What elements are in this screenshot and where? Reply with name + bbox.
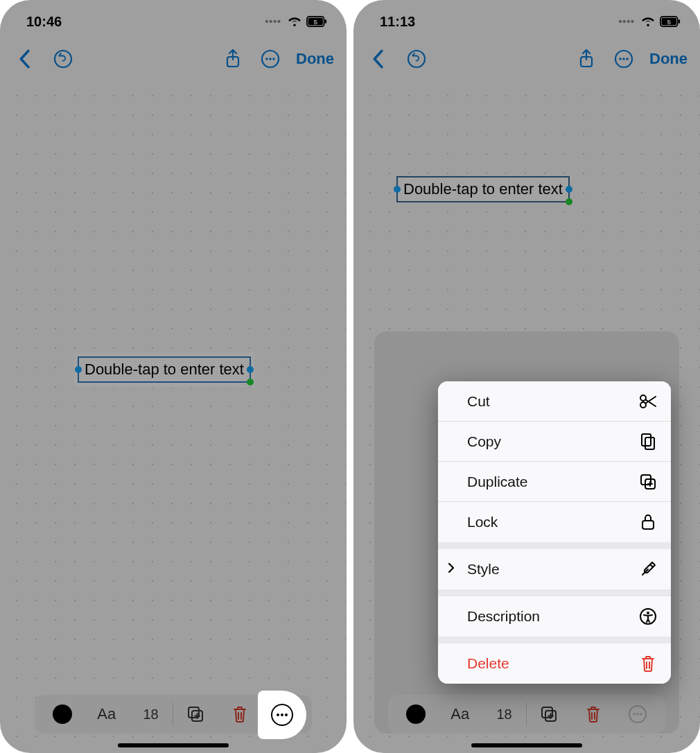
phone-left: 10:46 •••• 5 Done: [0, 0, 347, 753]
rotate-handle[interactable]: [566, 198, 572, 205]
text-box-placeholder: Double-tap to enter text: [403, 180, 563, 198]
font-size-button[interactable]: 18: [129, 695, 173, 734]
duplicate-button[interactable]: [527, 695, 571, 734]
svg-rect-1: [324, 19, 326, 23]
svg-point-16: [408, 51, 425, 67]
done-button[interactable]: Done: [296, 50, 334, 68]
menu-label: Duplicate: [467, 474, 528, 490]
svg-point-4: [55, 51, 71, 67]
undo-button[interactable]: [405, 47, 428, 71]
svg-point-20: [622, 58, 625, 60]
svg-point-25: [633, 713, 636, 716]
battery-icon: 5: [660, 16, 681, 27]
font-size-button[interactable]: 18: [482, 695, 527, 734]
menu-label: Lock: [467, 514, 498, 530]
recording-dots-icon: ••••: [265, 16, 281, 27]
recording-dots-icon: ••••: [618, 16, 635, 27]
home-indicator[interactable]: [118, 743, 229, 747]
menu-copy[interactable]: Copy: [438, 422, 671, 462]
wifi-icon: [640, 16, 656, 27]
nav-bar: Done: [0, 37, 347, 80]
trash-icon: [639, 655, 657, 673]
menu-description[interactable]: Description: [438, 596, 671, 637]
undo-button[interactable]: [51, 47, 75, 71]
svg-point-19: [619, 58, 622, 60]
duplicate-plus-icon: [639, 473, 657, 491]
battery-icon: 5: [306, 16, 327, 27]
menu-label: Delete: [467, 655, 509, 672]
rotate-handle[interactable]: [247, 379, 254, 386]
menu-label: Description: [467, 608, 540, 625]
menu-label: Style: [467, 561, 500, 578]
status-time: 10:46: [26, 14, 62, 30]
eyedropper-icon: [639, 560, 657, 578]
status-time: 11:13: [380, 14, 415, 30]
menu-delete[interactable]: Delete: [438, 643, 671, 684]
resize-handle-left[interactable]: [394, 186, 401, 193]
wifi-icon: [287, 16, 302, 27]
menu-duplicate[interactable]: Duplicate: [438, 462, 671, 502]
svg-point-27: [640, 713, 642, 716]
format-toolbar: Aa 18: [388, 695, 665, 734]
menu-cut[interactable]: Cut: [438, 381, 671, 422]
menu-label: Cut: [467, 393, 490, 410]
lock-icon: [639, 513, 657, 531]
phone-right: 11:13 •••• 5 Done: [353, 0, 700, 753]
share-button[interactable]: [575, 47, 598, 71]
delete-button[interactable]: [571, 695, 615, 734]
svg-point-26: [636, 713, 639, 716]
status-right: •••• 5: [618, 16, 681, 27]
delete-button[interactable]: [218, 695, 262, 734]
svg-rect-13: [678, 19, 680, 23]
more-button[interactable]: [259, 47, 282, 71]
status-bar: 10:46 •••• 5: [0, 0, 347, 37]
toolbar-more-button[interactable]: [615, 695, 660, 734]
menu-style[interactable]: Style: [438, 549, 671, 589]
svg-point-8: [269, 58, 272, 60]
status-right: •••• 5: [265, 16, 327, 27]
accessibility-icon: [639, 607, 657, 625]
menu-lock[interactable]: Lock: [438, 502, 671, 542]
color-picker[interactable]: [394, 695, 438, 734]
svg-rect-30: [642, 434, 651, 446]
nav-bar: Done: [353, 37, 700, 80]
text-box-placeholder: Double-tap to enter text: [85, 361, 244, 378]
toolbar-more-button[interactable]: [258, 691, 306, 739]
svg-rect-34: [642, 521, 654, 529]
svg-rect-31: [645, 438, 654, 449]
scissors-icon: [639, 392, 657, 410]
svg-point-7: [265, 58, 268, 60]
resize-handle-right[interactable]: [566, 186, 572, 193]
svg-point-36: [647, 612, 649, 614]
back-button[interactable]: [12, 47, 36, 71]
color-picker[interactable]: [40, 695, 85, 734]
font-style-button[interactable]: Aa: [438, 695, 482, 734]
svg-text:5: 5: [314, 18, 318, 26]
share-button[interactable]: [221, 47, 245, 71]
chevron-right-icon: [448, 562, 455, 577]
home-indicator[interactable]: [471, 743, 582, 747]
canvas[interactable]: Double-tap to enter text: [0, 80, 347, 753]
svg-text:5: 5: [667, 18, 672, 26]
resize-handle-left[interactable]: [75, 366, 82, 373]
done-button[interactable]: Done: [649, 50, 688, 68]
font-style-button[interactable]: Aa: [85, 695, 129, 734]
svg-point-9: [272, 58, 275, 60]
context-menu: Cut Copy Duplicate Lock: [438, 381, 671, 684]
status-bar: 11:13 •••• 5: [353, 0, 700, 37]
duplicate-button[interactable]: [173, 695, 218, 734]
docs-icon: [639, 433, 657, 451]
text-box[interactable]: Double-tap to enter text: [73, 352, 255, 387]
svg-point-21: [626, 58, 629, 60]
more-button[interactable]: [612, 47, 636, 71]
text-box[interactable]: Double-tap to enter text: [396, 176, 570, 202]
menu-label: Copy: [467, 433, 501, 450]
resize-handle-right[interactable]: [247, 366, 254, 373]
back-button[interactable]: [366, 47, 390, 71]
